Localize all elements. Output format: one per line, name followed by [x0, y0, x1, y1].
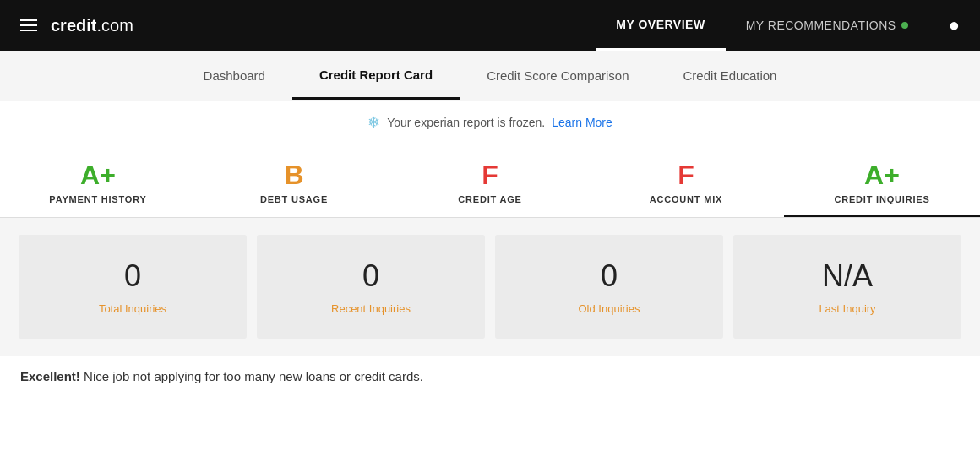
- logo: credit.com: [51, 16, 133, 35]
- user-account-icon[interactable]: ●: [949, 14, 960, 36]
- total-inquiries-value: 0: [124, 258, 141, 294]
- grade-label-credit-inquiries: CREDIT INQUIRIES: [834, 194, 929, 204]
- top-navigation: credit.com MY OVERVIEW MY RECOMMENDATION…: [0, 0, 980, 51]
- card-last-inquiry: N/A Last Inquiry: [733, 235, 961, 339]
- grade-label-account-mix: ACCOUNT MIX: [650, 194, 722, 204]
- grade-item-credit-age[interactable]: F CREDIT AGE: [392, 144, 588, 217]
- grade-label-debt-usage: DEBT USAGE: [260, 194, 328, 204]
- frozen-icon: ❄: [368, 113, 380, 132]
- frozen-banner: ❄ Your experian report is frozen. Learn …: [0, 101, 980, 144]
- nav-link-my-overview[interactable]: MY OVERVIEW: [596, 1, 725, 51]
- frozen-text: Your experian report is frozen.: [387, 116, 545, 129]
- footer-bold: Excellent!: [20, 369, 80, 383]
- grade-letter-debt-usage: B: [284, 160, 303, 191]
- card-old-inquiries: 0 Old Inquiries: [495, 235, 723, 339]
- grade-item-debt-usage[interactable]: B DEBT USAGE: [196, 144, 392, 217]
- recent-inquiries-value: 0: [362, 258, 379, 294]
- grade-letter-credit-age: F: [482, 160, 498, 191]
- grade-item-credit-inquiries[interactable]: A+ CREDIT INQUIRIES: [784, 144, 980, 217]
- top-nav-links: MY OVERVIEW MY RECOMMENDATIONS: [596, 1, 928, 51]
- grade-label-payment-history: PAYMENT HISTORY: [49, 194, 146, 204]
- tab-credit-score-comparison[interactable]: Credit Score Comparison: [460, 53, 656, 98]
- recent-inquiries-label: Recent Inquiries: [331, 302, 411, 315]
- logo-text: credit: [51, 16, 96, 35]
- nav-link-my-recommendations[interactable]: MY RECOMMENDATIONS: [726, 2, 928, 49]
- total-inquiries-label: Total Inquiries: [99, 302, 166, 315]
- sub-navigation: Dashboard Credit Report Card Credit Scor…: [0, 51, 980, 101]
- grade-item-account-mix[interactable]: F ACCOUNT MIX: [588, 144, 784, 217]
- card-total-inquiries: 0 Total Inquiries: [19, 235, 247, 339]
- grade-row: A+ PAYMENT HISTORY B DEBT USAGE F CREDIT…: [0, 144, 980, 218]
- grade-label-credit-age: CREDIT AGE: [458, 194, 521, 204]
- grade-letter-credit-inquiries: A+: [864, 160, 900, 191]
- logo-domain: .com: [96, 16, 133, 35]
- hamburger-menu[interactable]: [20, 19, 37, 31]
- grade-letter-account-mix: F: [678, 160, 694, 191]
- old-inquiries-value: 0: [601, 258, 618, 294]
- card-recent-inquiries: 0 Recent Inquiries: [257, 235, 485, 339]
- tab-dashboard[interactable]: Dashboard: [177, 53, 292, 98]
- last-inquiry-value: N/A: [822, 258, 873, 294]
- inquiry-cards: 0 Total Inquiries 0 Recent Inquiries 0 O…: [0, 218, 980, 356]
- grade-item-payment-history[interactable]: A+ PAYMENT HISTORY: [0, 144, 196, 217]
- notification-dot: [901, 22, 908, 29]
- footer-normal: Nice job not applying for too many new l…: [80, 369, 423, 383]
- tab-credit-report-card[interactable]: Credit Report Card: [292, 52, 460, 100]
- footer-message: Excellent! Nice job not applying for too…: [0, 356, 980, 397]
- grade-letter-payment-history: A+: [80, 160, 116, 191]
- tab-credit-education[interactable]: Credit Education: [656, 53, 804, 98]
- learn-more-link[interactable]: Learn More: [552, 116, 612, 129]
- last-inquiry-label: Last Inquiry: [819, 302, 875, 315]
- old-inquiries-label: Old Inquiries: [579, 302, 640, 315]
